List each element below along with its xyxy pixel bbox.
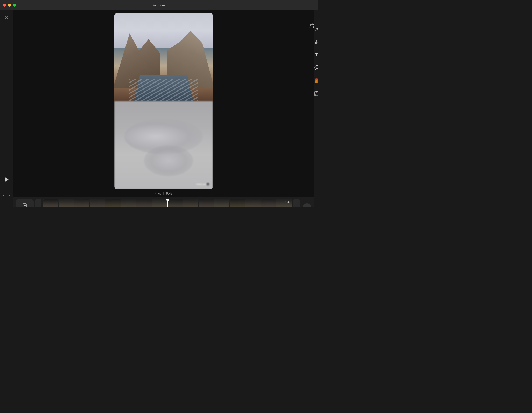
current-time: 4.7s [155, 191, 161, 195]
close-button[interactable] [4, 16, 9, 21]
svg-point-55 [318, 67, 318, 67]
playhead[interactable] [167, 199, 168, 206]
frame-14 [245, 199, 261, 206]
app-title: intoLive [153, 3, 165, 7]
titlebar: intoLive [0, 0, 318, 10]
frame-12 [214, 199, 230, 206]
redo-button[interactable]: ↪ [9, 193, 13, 199]
timeline-next-button[interactable]: › [293, 199, 300, 206]
timeline-area: Cover ‹ [13, 197, 314, 206]
svg-point-59 [317, 80, 318, 83]
time-divider: | [163, 191, 164, 195]
sticker-button[interactable] [314, 78, 318, 84]
frame-3 [74, 199, 90, 206]
frame-7 [136, 199, 152, 206]
watermark-badge: × [207, 183, 209, 185]
save-button[interactable] [314, 91, 318, 97]
timeline-prev-button[interactable]: ‹ [35, 199, 41, 206]
emoji-button[interactable] [314, 65, 318, 71]
frame-1 [43, 199, 59, 206]
svg-point-49 [316, 28, 318, 30]
left-panel: ↩ ↪ [0, 10, 13, 206]
frame-2 [59, 199, 74, 206]
traffic-lights [3, 4, 16, 7]
svg-point-51 [318, 42, 318, 43]
frame-10 [183, 199, 199, 206]
frame-8 [152, 199, 167, 206]
blur-shape-2 [144, 145, 193, 176]
frame-11 [199, 199, 214, 206]
preview-area: intoLive × [114, 10, 213, 189]
maximize-traffic-light[interactable] [13, 4, 16, 7]
center-panel: intoLive × 4.7s | 9.4s [13, 10, 314, 206]
main-layout: ↩ ↪ [0, 10, 318, 206]
svg-line-45 [316, 27, 316, 28]
frame-4 [90, 199, 105, 206]
frame-9 [167, 199, 183, 206]
svg-point-54 [316, 67, 317, 67]
watermark-text: intoLive [196, 183, 206, 186]
frame-6 [121, 199, 136, 206]
svg-rect-62 [315, 94, 318, 96]
minimize-traffic-light[interactable] [8, 4, 11, 7]
total-time: 9.4s [166, 191, 173, 195]
cover-button[interactable]: Cover [16, 199, 34, 206]
play-button[interactable] [4, 177, 9, 189]
music-button[interactable] [314, 39, 318, 45]
right-panel: T [314, 10, 318, 206]
share-button[interactable] [309, 23, 314, 30]
frame-15 [261, 199, 276, 206]
svg-line-48 [316, 30, 316, 31]
timeline-track[interactable]: 9.4s [43, 199, 292, 206]
undo-button[interactable]: ↩ [0, 193, 4, 199]
svg-rect-61 [316, 91, 318, 93]
photo-bottom: intoLive × [114, 101, 213, 189]
frame-13 [230, 199, 245, 206]
text-button[interactable]: T [314, 52, 318, 58]
timeline-row: Cover ‹ [13, 199, 314, 206]
svg-text:T: T [315, 53, 318, 57]
svg-point-50 [315, 43, 317, 44]
svg-point-53 [315, 65, 318, 70]
watermark: intoLive × [196, 183, 209, 186]
add-clip-button[interactable]: + [302, 203, 312, 207]
frame-5 [105, 199, 121, 206]
close-traffic-light[interactable] [3, 4, 6, 7]
phone-preview: intoLive × [114, 13, 213, 189]
river-channels [129, 79, 198, 101]
photo-top [114, 13, 213, 101]
timeline-duration: 9.4s [285, 201, 290, 204]
time-display: 4.7s | 9.4s [155, 189, 173, 197]
svg-marker-2 [5, 177, 9, 182]
cover-icon [22, 203, 27, 207]
svg-rect-3 [23, 204, 26, 207]
undo-redo-group: ↩ ↪ [0, 193, 13, 206]
magic-wand-button[interactable] [314, 26, 318, 32]
